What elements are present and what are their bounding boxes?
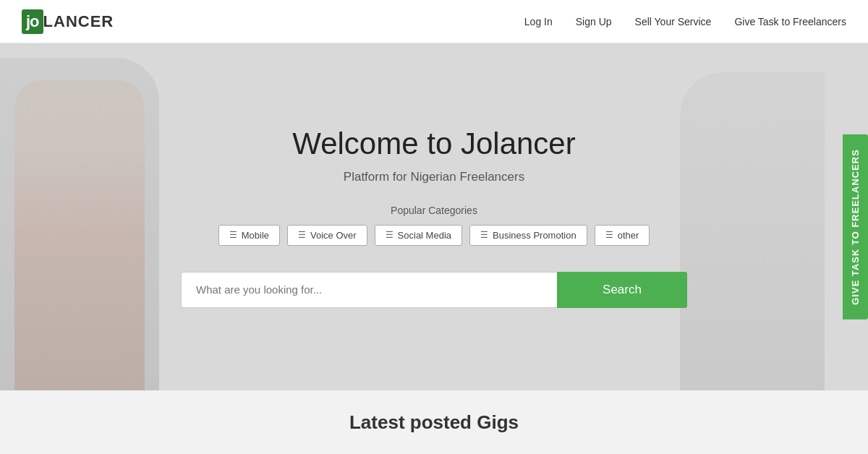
hero-title: Welcome to Jolancer: [14, 127, 854, 161]
category-mobile[interactable]: ☰ Mobile: [218, 225, 280, 246]
tag-icon-business: ☰: [480, 230, 488, 240]
search-button[interactable]: Search: [557, 272, 687, 308]
navbar: jo LANCER Log In Sign Up Sell Your Servi…: [0, 0, 868, 43]
category-social-media[interactable]: ☰ Social Media: [375, 225, 462, 246]
nav-signup[interactable]: Sign Up: [576, 16, 612, 27]
sidebar-cta[interactable]: GIVE TASK TO FREELANCERS: [843, 134, 868, 320]
category-voice-over[interactable]: ☰ Voice Over: [287, 225, 367, 246]
bottom-section: Latest posted Gigs: [0, 390, 868, 454]
hero-content: Welcome to Jolancer Platform for Nigeria…: [0, 127, 868, 308]
nav-give-task[interactable]: Give Task to Freelancers: [734, 16, 846, 27]
tag-icon-social: ☰: [386, 230, 393, 240]
tag-icon-mobile: ☰: [229, 230, 237, 240]
logo[interactable]: jo LANCER: [22, 9, 114, 34]
search-bar: Search: [181, 272, 687, 308]
nav-login[interactable]: Log In: [524, 16, 553, 27]
category-mobile-label: Mobile: [242, 230, 269, 241]
tag-icon-voice: ☰: [298, 230, 306, 240]
nav-links: Log In Sign Up Sell Your Service Give Ta…: [524, 16, 846, 27]
nav-sell-service[interactable]: Sell Your Service: [635, 16, 712, 27]
category-voice-label: Voice Over: [310, 230, 357, 241]
category-business-promotion[interactable]: ☰ Business Promotion: [469, 225, 587, 246]
tag-icon-other: ☰: [605, 230, 613, 240]
categories-label: Popular Categories: [14, 205, 854, 216]
category-other[interactable]: ☰ other: [595, 225, 650, 246]
category-business-label: Business Promotion: [493, 230, 576, 241]
category-other-label: other: [618, 230, 639, 241]
logo-lancer: LANCER: [43, 12, 114, 31]
hero-section: Welcome to Jolancer Platform for Nigeria…: [0, 43, 868, 390]
hero-subtitle: Platform for Nigerian Freelancers: [14, 170, 854, 184]
category-social-label: Social Media: [398, 230, 451, 241]
logo-jo: jo: [22, 9, 43, 34]
latest-gigs-title: Latest posted Gigs: [349, 411, 519, 434]
category-tags: ☰ Mobile ☰ Voice Over ☰ Social Media ☰ B…: [14, 225, 854, 246]
search-input[interactable]: [181, 272, 557, 308]
